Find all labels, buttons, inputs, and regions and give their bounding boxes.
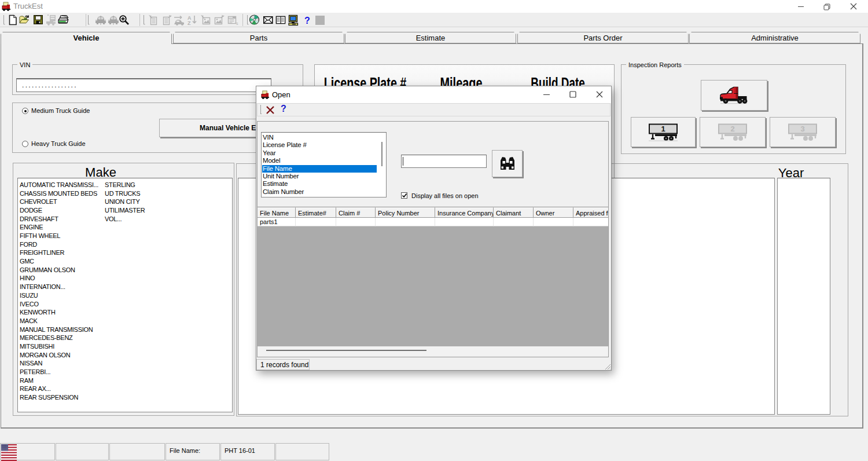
svg-text:?: ?	[304, 16, 310, 25]
svg-text:1: 1	[661, 125, 665, 133]
svg-text:Z: Z	[187, 20, 191, 26]
svg-text:s: s	[236, 21, 238, 25]
svg-text:3: 3	[800, 125, 804, 133]
svg-text:2: 2	[730, 125, 734, 133]
